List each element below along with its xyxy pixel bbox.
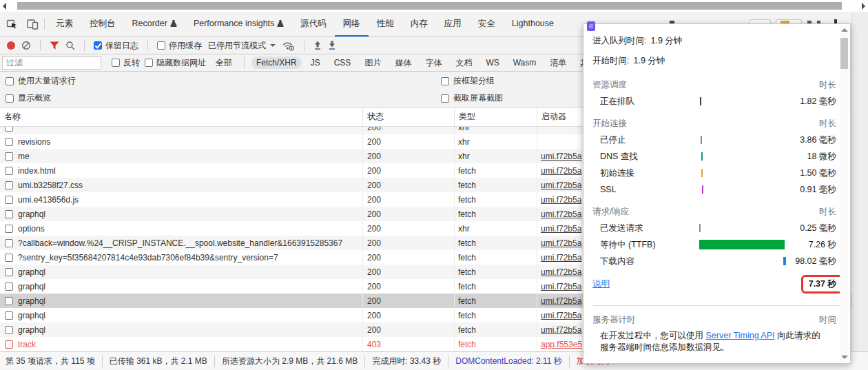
initiator-link[interactable]: umi.f72b5a (541, 181, 581, 190)
filter-type-CSS[interactable]: CSS (329, 56, 356, 69)
initiator-link[interactable]: app.f553e5 (541, 340, 582, 349)
row-checkbox[interactable] (5, 127, 13, 132)
import-har-icon[interactable] (313, 41, 322, 50)
request-status-cell: 200 (363, 250, 455, 265)
row-checkbox[interactable] (5, 254, 13, 262)
filter-type-全部[interactable]: 全部 (211, 56, 237, 70)
row-checkbox[interactable] (5, 181, 13, 189)
hide-data-urls-checkbox[interactable] (145, 59, 153, 67)
initiator-link[interactable]: umi.f72b5a (541, 253, 581, 263)
initiator-link[interactable]: umi.f72b5a (541, 311, 581, 320)
filter-icon[interactable] (50, 41, 59, 50)
filter-type-清单[interactable]: 清单 (545, 56, 571, 70)
preserve-log-checkbox[interactable] (94, 41, 102, 50)
tab-源代码[interactable]: 源代码 (292, 12, 335, 37)
tab-性能[interactable]: 性能 (369, 12, 402, 37)
filter-type-媒体[interactable]: 媒体 (390, 56, 416, 70)
row-checkbox[interactable] (5, 268, 13, 276)
filter-type-Wasm[interactable]: Wasm (508, 56, 541, 69)
initiator-link[interactable]: umi.f72b5a (541, 224, 581, 234)
row-checkbox[interactable] (5, 138, 13, 146)
initiator-link[interactable]: umi.f72b5a (541, 282, 581, 291)
timing-row: DNS 查找18 微秒 (583, 148, 850, 165)
group-by-frame-checkbox[interactable] (441, 77, 449, 85)
column-header-名称[interactable]: 名称 (0, 107, 363, 126)
row-checkbox[interactable] (5, 225, 13, 233)
filter-type-字体[interactable]: 字体 (420, 56, 446, 70)
timing-row: SSL0.91 毫秒 (583, 181, 850, 198)
row-checkbox[interactable] (5, 210, 13, 218)
clear-icon[interactable] (21, 41, 31, 50)
row-checkbox[interactable] (5, 167, 13, 175)
large-rows-option[interactable]: 使用大量请求行 (6, 75, 76, 87)
capture-screenshots-option[interactable]: 截取屏幕截图 (441, 92, 503, 104)
row-checkbox[interactable] (5, 196, 13, 204)
tab-安全[interactable]: 安全 (470, 12, 504, 37)
column-header-类型[interactable]: 类型 (455, 107, 537, 126)
row-checkbox[interactable] (5, 340, 13, 349)
side-panel-edge (851, 12, 868, 351)
initiator-link[interactable]: umi.f72b5a (541, 238, 581, 248)
row-checkbox[interactable] (5, 326, 13, 334)
scroll-down-icon[interactable] (841, 356, 848, 359)
tab-Recorder[interactable]: Recorder (124, 12, 185, 37)
popup-scrollbar[interactable] (840, 25, 849, 362)
hide-data-urls-option[interactable]: 隐藏数据网址 (145, 57, 206, 69)
search-icon[interactable] (65, 41, 75, 50)
large-rows-checkbox[interactable] (6, 77, 14, 85)
tab-Performance insights[interactable]: Performance insights (185, 12, 292, 37)
inspect-icon[interactable] (3, 15, 21, 33)
row-checkbox[interactable] (5, 297, 13, 305)
disable-cache-checkbox[interactable] (157, 41, 165, 50)
timing-section-title: 资源调度 (592, 79, 627, 91)
scroll-up-icon[interactable] (841, 28, 848, 32)
server-timing-api-link[interactable]: Server Timing API (705, 331, 774, 340)
filter-type-JS[interactable]: JS (306, 56, 325, 69)
tab-网络[interactable]: 网络 (335, 12, 369, 37)
tab-内存[interactable]: 内存 (402, 12, 436, 37)
initiator-link[interactable]: umi.f72b5a (541, 209, 581, 219)
row-checkbox[interactable] (5, 239, 13, 247)
show-overview-option[interactable]: 显示概览 (6, 92, 51, 104)
group-by-frame-option[interactable]: 按框架分组 (441, 75, 495, 87)
initiator-link[interactable]: umi.f72b5a (541, 267, 581, 277)
invert-checkbox[interactable] (112, 59, 120, 67)
initiator-link[interactable]: umi.f72b5a (541, 296, 581, 306)
export-har-icon[interactable] (328, 41, 336, 50)
scroll-left-icon[interactable] (3, 3, 6, 10)
extension-tab-icon[interactable] (587, 21, 595, 31)
capture-screenshots-checkbox[interactable] (441, 94, 449, 103)
scroll-right-icon[interactable] (862, 3, 865, 10)
initiator-link[interactable]: umi.f72b5a (541, 166, 581, 176)
row-checkbox[interactable] (5, 152, 13, 161)
status-bar-item: DOMContentLoaded: 2.11 秒 (448, 356, 569, 367)
initiator-link[interactable]: umi.f72b5a (541, 152, 581, 161)
popup-scrollbar-thumb[interactable] (840, 38, 848, 69)
explanation-link[interactable]: 说明 (592, 278, 610, 290)
invert-option[interactable]: 反转 (112, 57, 140, 69)
tab-控制台[interactable]: 控制台 (81, 12, 124, 37)
device-toolbar-icon[interactable] (23, 15, 41, 33)
tab-Lighthouse[interactable]: Lighthouse (504, 12, 562, 37)
show-overview-checkbox[interactable] (6, 94, 14, 103)
network-conditions-icon[interactable] (282, 41, 295, 51)
filter-type-Fetch/XHR[interactable]: Fetch/XHR (251, 56, 302, 69)
column-header-状态[interactable]: 状态 (363, 107, 455, 126)
preserve-log-option[interactable]: 保留日志 (94, 40, 138, 52)
filter-type-WS[interactable]: WS (481, 56, 504, 69)
horizontal-scrollbar-thumb[interactable] (17, 2, 842, 10)
tab-元素[interactable]: 元素 (48, 12, 81, 37)
disable-cache-option[interactable]: 停用缓存 (157, 40, 202, 52)
record-button[interactable] (7, 41, 15, 50)
row-checkbox[interactable] (5, 282, 13, 291)
row-checkbox[interactable] (5, 311, 13, 320)
throttling-dropdown[interactable]: 已停用节流模式 (208, 40, 276, 52)
initiator-link[interactable]: umi.f72b5a (541, 325, 581, 335)
filter-type-文档[interactable]: 文档 (451, 56, 477, 70)
filter-input[interactable] (2, 56, 101, 70)
initiator-link[interactable]: umi.f72b5a (541, 195, 581, 205)
tab-应用[interactable]: 应用 (436, 12, 470, 37)
horizontal-scrollbar[interactable] (0, 0, 868, 12)
request-type: fetch (458, 311, 476, 320)
filter-type-图片[interactable]: 图片 (360, 56, 386, 70)
